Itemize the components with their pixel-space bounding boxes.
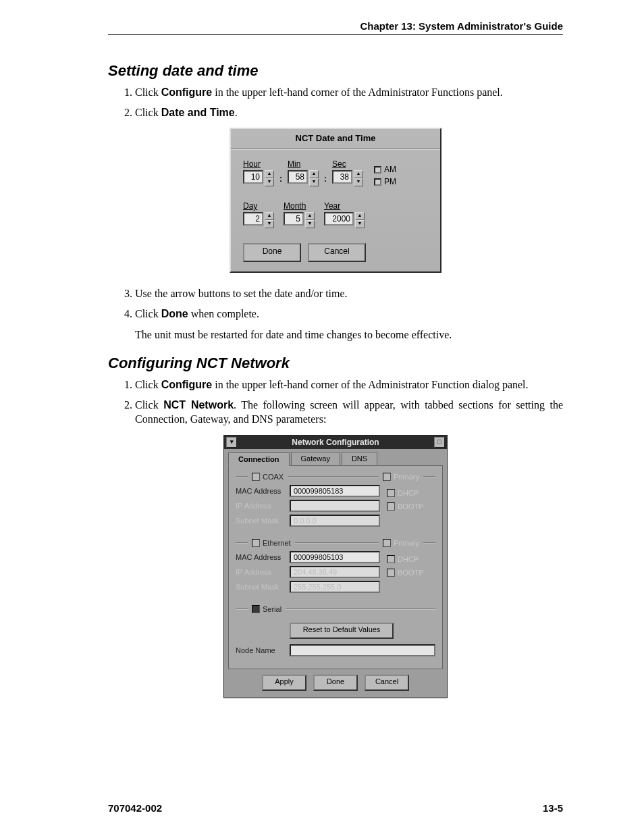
tab-gateway[interactable]: Gateway — [291, 452, 340, 465]
eth-mac-input[interactable]: 000099805103 — [290, 551, 380, 563]
bold-text: Date and Time — [161, 107, 235, 118]
coax-ip-input[interactable] — [290, 500, 380, 512]
am-label: AM — [384, 165, 396, 174]
eth-ip-label: IP Address — [236, 568, 286, 576]
page-header: Chapter 13: System Administrator's Guide — [108, 20, 563, 35]
cancel-button[interactable]: Cancel — [308, 243, 366, 262]
list-item: Use the arrow buttons to set the date an… — [135, 286, 563, 301]
hour-label: Hour — [243, 159, 261, 169]
list-item: Click NCT Network. The following screen … — [135, 398, 563, 427]
ampm-group: AM PM — [374, 165, 396, 186]
text: in the upper left-hand corner of the Adm… — [212, 379, 528, 390]
year-input[interactable]: 2000 — [324, 212, 354, 226]
checkbox-icon[interactable] — [387, 489, 395, 497]
bold-text: NCT Network — [163, 399, 234, 411]
list-item: Click Done when complete. — [135, 307, 563, 321]
checkbox-icon[interactable] — [374, 166, 381, 174]
spin-down-icon[interactable]: ▼ — [265, 220, 274, 228]
spin-up-icon[interactable]: ▲ — [265, 170, 274, 178]
coax-label: COAX — [263, 473, 284, 481]
hour-input[interactable]: 10 — [243, 170, 263, 184]
ethernet-checkbox[interactable] — [252, 539, 260, 547]
ethernet-label: Ethernet — [263, 539, 291, 547]
section-heading-datetime: Setting date and time — [108, 62, 563, 80]
eth-ip-input[interactable]: 204.48.36.49 — [290, 566, 380, 578]
tab-dns[interactable]: DNS — [342, 452, 377, 465]
spin-down-icon[interactable]: ▼ — [355, 220, 365, 228]
spin-up-icon[interactable]: ▲ — [305, 212, 315, 220]
coax-primary-label: Primary — [394, 473, 419, 481]
coax-subnet-label: Subnet Mask — [236, 517, 286, 525]
spin-up-icon[interactable]: ▲ — [355, 212, 365, 220]
eth-subnet-input[interactable]: 255.255.255.0 — [290, 581, 380, 593]
checkbox-icon[interactable] — [387, 502, 395, 511]
coax-subnet-input[interactable]: 0.0.0.0 — [290, 515, 380, 527]
min-label: Min — [288, 159, 300, 169]
bold-text: Done — [161, 308, 188, 319]
spin-down-icon[interactable]: ▼ — [265, 178, 274, 186]
dhcp-label: DHCP — [398, 489, 419, 497]
serial-group: Serial — [236, 605, 435, 613]
bootp-label: BOOTP — [398, 502, 424, 511]
checkbox-icon[interactable] — [374, 178, 381, 186]
node-name-label: Node Name — [236, 646, 286, 654]
ethernet-primary-checkbox[interactable] — [383, 539, 391, 547]
colon: : — [278, 174, 284, 185]
coax-primary-checkbox[interactable] — [383, 473, 391, 481]
sec-field: Sec 38 ▲ ▼ — [332, 159, 363, 186]
text: Click — [135, 107, 161, 118]
pm-option[interactable]: PM — [374, 177, 396, 186]
sec-input[interactable]: 38 — [332, 170, 352, 184]
close-icon[interactable]: □ — [434, 437, 445, 448]
network-steps: Click Configure in the upper left-hand c… — [135, 377, 563, 427]
dialog-button-row: Done Cancel — [231, 243, 440, 271]
checkbox-icon[interactable] — [387, 569, 395, 577]
done-button[interactable]: Done — [243, 243, 301, 262]
coax-ip-label: IP Address — [236, 502, 286, 510]
divider — [231, 149, 440, 150]
sec-spinner[interactable]: 38 ▲ ▼ — [332, 170, 363, 186]
coax-group: COAX Primary MAC Address 000099805183 — [236, 473, 435, 529]
tab-connection[interactable]: Connection — [228, 452, 290, 466]
tab-strip: Connection Gateway DNS — [224, 449, 447, 465]
eth-dhcp-option[interactable]: DHCP — [387, 555, 435, 563]
year-label: Year — [324, 201, 340, 211]
checkbox-icon[interactable] — [387, 555, 395, 563]
text: Click — [135, 86, 161, 98]
node-name-field: Node Name — [236, 644, 435, 656]
eth-bootp-option[interactable]: BOOTP — [387, 569, 435, 577]
apply-button[interactable]: Apply — [262, 675, 306, 691]
hour-field: Hour 10 ▲ ▼ — [243, 159, 274, 186]
node-name-input[interactable] — [290, 644, 435, 656]
spin-down-icon[interactable]: ▼ — [354, 178, 363, 186]
coax-dhcp-option[interactable]: DHCP — [387, 489, 435, 497]
reset-defaults-button[interactable]: Reset to Default Values — [290, 623, 394, 639]
spin-down-icon[interactable]: ▼ — [305, 220, 315, 228]
cancel-button[interactable]: Cancel — [365, 675, 409, 691]
month-input[interactable]: 5 — [284, 212, 304, 226]
spin-up-icon[interactable]: ▲ — [265, 212, 274, 220]
day-input[interactable]: 2 — [243, 212, 263, 226]
min-spinner[interactable]: 58 ▲ ▼ — [288, 170, 319, 186]
hour-spinner[interactable]: 10 ▲ ▼ — [243, 170, 274, 186]
month-spinner[interactable]: 5 ▲ ▼ — [284, 212, 315, 228]
coax-mac-input[interactable]: 000099805183 — [290, 485, 380, 497]
day-spinner[interactable]: 2 ▲ ▼ — [243, 212, 274, 228]
spin-up-icon[interactable]: ▲ — [354, 170, 363, 178]
coax-bootp-option[interactable]: BOOTP — [387, 502, 435, 511]
page-number: 13-5 — [543, 802, 563, 814]
spin-down-icon[interactable]: ▼ — [309, 178, 319, 186]
spin-up-icon[interactable]: ▲ — [309, 170, 319, 178]
window-menu-icon[interactable]: ▾ — [226, 437, 237, 448]
coax-checkbox[interactable] — [252, 473, 260, 481]
year-spinner[interactable]: 2000 ▲ ▼ — [324, 212, 365, 228]
serial-checkbox[interactable] — [252, 605, 260, 613]
page-footer: 707042-002 13-5 — [108, 802, 563, 814]
am-option[interactable]: AM — [374, 165, 396, 174]
ethernet-group: Ethernet Primary MAC Address 00009980510… — [236, 539, 435, 596]
min-field: Min 58 ▲ ▼ — [288, 159, 319, 186]
coax-mac-label: MAC Address — [236, 487, 286, 495]
min-input[interactable]: 58 — [288, 170, 308, 184]
dialog-title: Network Configuration — [292, 438, 379, 447]
done-button[interactable]: Done — [313, 675, 358, 691]
